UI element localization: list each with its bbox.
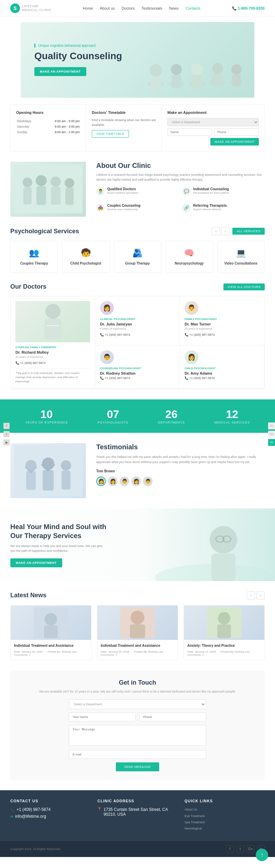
feature-referring-therapists: 🔗 Referring Therapists Expert referral n… bbox=[182, 204, 265, 217]
doctor-name-1: Dr. Julia Jameyan bbox=[100, 322, 175, 326]
slide-nav: 01 02 03 bbox=[268, 422, 275, 446]
doctor-name-4: Dr. Amy Adams bbox=[185, 371, 259, 375]
slide-2[interactable]: 02 bbox=[268, 431, 275, 438]
social-twitter[interactable]: t bbox=[3, 431, 10, 437]
nav-about[interactable]: About us bbox=[100, 6, 114, 10]
info-section: Opening Hours Weekdays 9:00 am - 5:00 pm… bbox=[10, 105, 265, 151]
svg-rect-31 bbox=[43, 470, 54, 491]
services-grid: 👥 Couples Therapy 🧒 Child Psychologist 🫂… bbox=[10, 241, 265, 273]
logo: S LIFETIME MEDICAL CLINIC bbox=[10, 3, 52, 13]
hero-section: Unique cognitive-behavioral approach Qua… bbox=[21, 22, 254, 98]
stat-experience-number: 10 bbox=[25, 408, 68, 421]
appointment-title: Make an Appointment bbox=[167, 110, 259, 115]
appointment-name[interactable] bbox=[167, 128, 212, 136]
social-facebook[interactable]: f bbox=[3, 423, 10, 429]
service-video-consultations[interactable]: 💻 Video Consultations bbox=[217, 241, 265, 273]
nav-news[interactable]: News bbox=[169, 6, 179, 10]
testimonial-avatar-2[interactable]: 👨 bbox=[120, 476, 129, 486]
services-next[interactable]: › bbox=[221, 227, 230, 235]
nav-testimonials[interactable]: Testimonials bbox=[142, 6, 163, 10]
footer-social-google[interactable]: G+ bbox=[247, 845, 254, 853]
testimonial-avatars: 👩 👩 👨 👩 👨 bbox=[96, 476, 265, 486]
contact-email-input[interactable] bbox=[69, 750, 206, 759]
all-services-button[interactable]: ALL SERVICES bbox=[232, 228, 265, 235]
contact-submit-button[interactable]: SEND MESSAGE bbox=[116, 762, 159, 771]
svg-point-18 bbox=[36, 175, 47, 186]
stat-psychologists: 07 PSYCHOLOGISTS bbox=[98, 408, 129, 424]
social-play[interactable]: ▶ bbox=[3, 439, 10, 446]
contact-department-select[interactable]: Select a Department bbox=[69, 699, 206, 709]
news-title-1[interactable]: Individual Treatment and Assistance bbox=[101, 643, 174, 648]
hero-cta-button[interactable]: MAKE AN APPOINTMENT bbox=[34, 67, 86, 76]
couples-counseling-icon: 💑 bbox=[96, 204, 104, 212]
svg-rect-46 bbox=[44, 625, 58, 638]
referring-therapists-text: Referring Therapists Expert referral net… bbox=[193, 204, 227, 217]
contact-message-textarea[interactable] bbox=[69, 725, 206, 746]
testimonials-section: Testimonials Thank you this helped me wi… bbox=[10, 443, 265, 498]
main-nav: Home About us Doctors Testimonials News … bbox=[83, 6, 200, 10]
nav-doctors[interactable]: Doctors bbox=[122, 6, 135, 10]
view-all-doctors-button[interactable]: VIEW ALL DOCTORS bbox=[223, 283, 265, 290]
news-image-1 bbox=[97, 606, 178, 640]
news-image-2 bbox=[184, 606, 264, 640]
footer-email-icon: ✉ bbox=[10, 815, 13, 818]
contact-name-input[interactable] bbox=[69, 712, 136, 721]
nav-home[interactable]: Home bbox=[83, 6, 93, 10]
footer-social-facebook[interactable]: f bbox=[226, 845, 234, 853]
view-timetable-button[interactable]: VIEW TIMETABLE bbox=[92, 130, 129, 138]
contact-phone-input[interactable] bbox=[139, 712, 206, 721]
services-prev[interactable]: ‹ bbox=[212, 227, 220, 235]
department-select[interactable]: Select a Department bbox=[167, 118, 259, 126]
service-group-therapy[interactable]: 🫂 Group Therapy bbox=[114, 241, 161, 273]
testimonials-quote: Thank you this helped me with my panic a… bbox=[96, 454, 265, 465]
svg-rect-29 bbox=[26, 471, 36, 490]
stat-departments: 26 DEPARTMENTS bbox=[158, 408, 185, 424]
svg-point-24 bbox=[45, 304, 60, 319]
slide-3[interactable]: 03 bbox=[268, 439, 275, 446]
news-title-2[interactable]: Anxiety: Theory and Practice bbox=[187, 643, 261, 648]
make-appointment-button[interactable]: MAKE AN APPOINTMENT bbox=[210, 138, 259, 146]
group-therapy-icon: 🫂 bbox=[118, 248, 157, 258]
service-child-psychologist[interactable]: 🧒 Child Psychologist bbox=[62, 241, 109, 273]
footer-link-0[interactable]: About Us bbox=[185, 807, 265, 812]
cta-appointment-button[interactable]: MAKE AN APPOINTMENT bbox=[10, 558, 62, 567]
service-couples-therapy[interactable]: 👥 Couples Therapy bbox=[10, 241, 58, 273]
cta-content: Heal Your Mind and Soul with Our Therapy… bbox=[10, 522, 107, 567]
svg-point-48 bbox=[131, 611, 144, 624]
about-features: 👨‍⚕️ Qualified Doctors Board certified s… bbox=[96, 187, 265, 217]
doctor-avatar-1: 👩 bbox=[100, 301, 114, 315]
testimonial-avatar-0[interactable]: 👩 bbox=[96, 476, 106, 486]
news-title-0[interactable]: Individual Treatment and Assistance bbox=[14, 643, 88, 648]
hero-tag: Unique cognitive-behavioral approach bbox=[34, 44, 122, 47]
footer-links-col: QUICK LINKS About Us Eye Treatment Spa T… bbox=[185, 799, 265, 833]
footer-address: 📍 1735 Curtain Street San Street, CA 902… bbox=[97, 807, 177, 817]
svg-point-32 bbox=[61, 460, 71, 471]
testimonial-avatar-3[interactable]: 👩 bbox=[131, 476, 141, 486]
appointment-phone[interactable] bbox=[214, 128, 259, 136]
news-meta-2: Date: January 21, 2018 Posted By: Rodney… bbox=[187, 650, 261, 656]
services-section: Psychological Services ‹ › ALL SERVICES … bbox=[10, 227, 265, 273]
footer-link-2[interactable]: Spa Treatment bbox=[185, 820, 265, 825]
service-neuropsychology[interactable]: 🧠 Neuropsychology bbox=[165, 241, 213, 273]
svg-rect-2 bbox=[151, 76, 161, 90]
nav-contacts[interactable]: Contacts bbox=[186, 6, 200, 10]
news-next[interactable]: › bbox=[256, 591, 265, 600]
svg-rect-8 bbox=[192, 75, 202, 88]
doctor-card-0: Couples, Family Therapist Dr. Richard Mo… bbox=[11, 296, 95, 389]
footer-link-1[interactable]: Eye Treatment bbox=[185, 814, 265, 818]
services-title: Psychological Services bbox=[10, 228, 79, 235]
footer-link-3[interactable]: Neurological bbox=[185, 826, 265, 831]
doctor-phone-0: 📞 +1 (409) 987-5874 bbox=[15, 361, 90, 365]
testimonials-image bbox=[10, 443, 86, 498]
slide-1[interactable]: 01 bbox=[268, 422, 275, 429]
timetable-title: Doctors' Timetable bbox=[92, 110, 156, 115]
doctors-section: Our Doctors VIEW ALL DOCTORS Couples, Fa… bbox=[10, 283, 265, 389]
doctor-role-4: Child Psychologist bbox=[185, 367, 259, 370]
cta-title: Heal Your Mind and Soul with Our Therapy… bbox=[10, 522, 107, 540]
news-prev[interactable]: ‹ bbox=[247, 591, 255, 600]
cta-image bbox=[138, 508, 275, 581]
testimonial-avatar-1[interactable]: 👩 bbox=[108, 476, 118, 486]
svg-rect-40 bbox=[211, 554, 235, 581]
footer-social-twitter[interactable]: t bbox=[236, 845, 244, 853]
testimonial-avatar-4[interactable]: 👨 bbox=[143, 476, 153, 486]
